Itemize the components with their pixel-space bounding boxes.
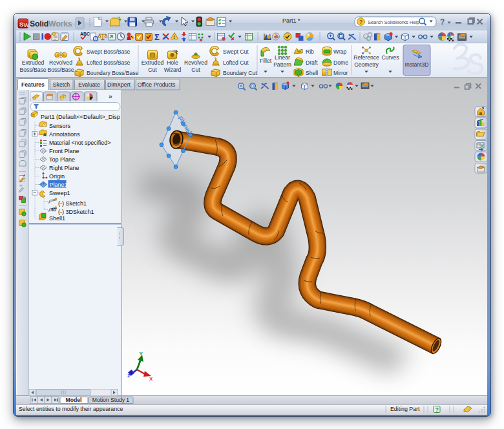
svg-text:Boundary Cut: Boundary Cut (223, 70, 257, 76)
svg-text:Reference: Reference (353, 54, 379, 61)
svg-text:3D: 3D (51, 207, 57, 212)
svg-text:Sweep1: Sweep1 (49, 190, 70, 196)
svg-text:Shell1: Shell1 (49, 215, 65, 222)
svg-text:Office Products: Office Products (138, 81, 176, 88)
svg-text:Top Plane: Top Plane (49, 156, 75, 163)
svg-text:Select entities to modify thei: Select entities to modify their appearan… (19, 406, 123, 412)
svg-text:Hole: Hole (167, 59, 178, 66)
svg-text:Revolved: Revolved (184, 59, 207, 66)
svg-text:Extruded: Extruded (22, 59, 45, 66)
svg-text:Extruded: Extruded (142, 59, 164, 66)
svg-text:Lofted Boss/Base: Lofted Boss/Base (87, 59, 131, 66)
svg-text:Origin: Origin (49, 173, 65, 180)
svg-text:Lofted Cut: Lofted Cut (223, 59, 249, 66)
svg-text:Model: Model (66, 397, 82, 403)
svg-text:Cut: Cut (191, 67, 200, 73)
svg-text:Plane1: Plane1 (50, 182, 68, 188)
svg-text:Linear: Linear (275, 54, 290, 61)
svg-text:Σ: Σ (154, 32, 160, 42)
svg-text:Annotations: Annotations (49, 131, 80, 138)
svg-text:(-) Sketch1: (-) Sketch1 (58, 200, 87, 207)
svg-text:Part1 *: Part1 * (282, 17, 300, 24)
svg-text:Pattern: Pattern (273, 61, 291, 68)
svg-text:Front Plane: Front Plane (49, 148, 79, 154)
svg-text:(-) 3DSketch1: (-) 3DSketch1 (58, 209, 94, 215)
svg-text:!: ! (173, 34, 175, 40)
svg-text:Right Plane: Right Plane (49, 165, 79, 171)
svg-text:»: » (109, 93, 112, 100)
svg-text:Editing Part: Editing Part (390, 406, 420, 412)
svg-text:W: W (24, 21, 30, 28)
svg-text:S: S (19, 21, 23, 28)
svg-text:Z: Z (127, 373, 131, 379)
svg-text:Revolved: Revolved (49, 59, 72, 66)
svg-text:Curves: Curves (381, 54, 399, 61)
svg-text:Rib: Rib (306, 48, 314, 55)
svg-text:Search SolidWorks Help: Search SolidWorks Help (368, 19, 419, 25)
svg-text:Swept Boss/Base: Swept Boss/Base (87, 48, 131, 55)
svg-text:Boundary Boss/Base: Boundary Boss/Base (87, 70, 138, 76)
svg-text:Fillet: Fillet (260, 58, 272, 64)
svg-text:?: ? (436, 406, 439, 413)
svg-text:?: ? (440, 17, 445, 26)
svg-text:Mirror: Mirror (333, 70, 348, 76)
svg-text:Geometry: Geometry (354, 61, 379, 68)
svg-text:Evaluate: Evaluate (78, 81, 100, 88)
svg-text:Wrap: Wrap (333, 48, 347, 55)
svg-text:Swept Cut: Swept Cut (223, 48, 249, 55)
svg-text:Features: Features (21, 81, 45, 88)
svg-text:Sensors: Sensors (49, 123, 71, 129)
svg-text:Boss/Base: Boss/Base (47, 67, 74, 73)
svg-text:Part1 (Default<<Default>_Disp: Part1 (Default<<Default>_Disp (41, 114, 120, 120)
svg-text:Shell: Shell (306, 70, 318, 76)
svg-text:Cut: Cut (148, 67, 157, 73)
svg-text:X: X (149, 376, 153, 382)
svg-text:DimXpert: DimXpert (107, 81, 131, 88)
svg-text:Y: Y (140, 351, 143, 357)
svg-text:Wizard: Wizard (164, 67, 182, 73)
svg-text:Motion Study 1: Motion Study 1 (92, 397, 130, 403)
svg-text:Boss/Base: Boss/Base (19, 67, 46, 73)
svg-text:Sketch: Sketch (53, 81, 70, 88)
svg-text:A: A (43, 132, 47, 138)
svg-text:SolidWorks: SolidWorks (30, 19, 72, 28)
svg-text:Draft: Draft (306, 59, 318, 66)
svg-text:Material <not specified>: Material <not specified> (49, 140, 111, 146)
svg-text:?: ? (359, 19, 362, 25)
svg-text:Dome: Dome (333, 59, 348, 66)
svg-text:Instant3D: Instant3D (405, 61, 429, 68)
